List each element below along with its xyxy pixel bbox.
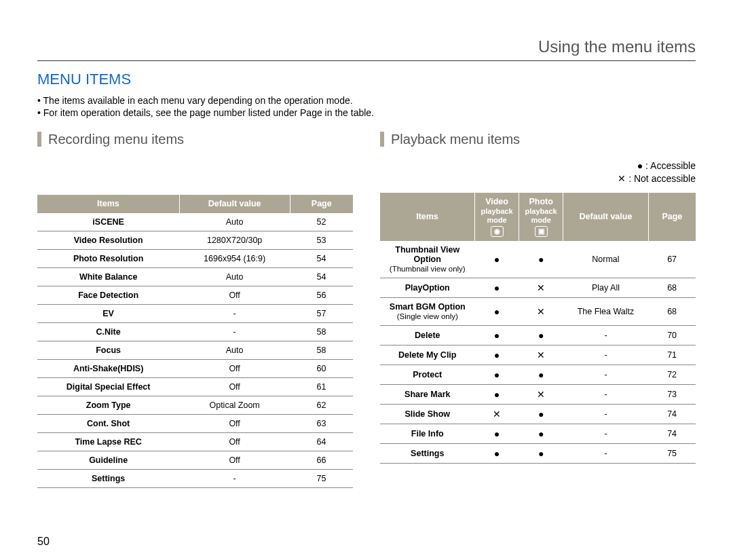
page-cell: 61 xyxy=(290,377,353,396)
table-row: Digital Special EffectOff61 xyxy=(37,377,353,396)
default-cell: - xyxy=(563,444,649,464)
table-row: C.Nite-58 xyxy=(37,322,353,341)
item-cell: Time Lapse REC xyxy=(37,432,179,451)
table-row: Face DetectionOff56 xyxy=(37,286,353,304)
photo-mark: ● xyxy=(519,326,563,346)
page-cell: 68 xyxy=(648,278,696,298)
playback-table: Items Video playback mode ◉ Photo playba… xyxy=(380,193,696,464)
accent-bar xyxy=(380,132,384,147)
photo-mark: ● xyxy=(519,365,563,385)
table-row: Smart BGM Option(Single view only)●✕The … xyxy=(380,298,696,326)
value-cell: Off xyxy=(179,432,290,451)
page-cell: 70 xyxy=(648,326,696,346)
value-cell: Off xyxy=(179,286,290,304)
playback-title: Playback menu items xyxy=(391,132,520,147)
table-row: White BalanceAuto54 xyxy=(37,267,353,286)
bullet-2: For item operation details, see the page… xyxy=(37,107,696,119)
value-cell: - xyxy=(179,304,290,322)
page-cell: 71 xyxy=(648,346,696,365)
th-default: Default value xyxy=(179,195,290,213)
accent-bar xyxy=(37,132,41,147)
value-cell: Auto xyxy=(179,341,290,359)
value-cell: 1696x954 (16:9) xyxy=(179,249,290,267)
value-cell: Off xyxy=(179,451,290,469)
default-cell: - xyxy=(563,424,649,444)
page-cell: 66 xyxy=(290,451,353,469)
page-header: Using the menu items xyxy=(37,37,696,61)
table-row: Cont. ShotOff63 xyxy=(37,414,353,432)
value-cell: Off xyxy=(179,377,290,396)
item-cell: Focus xyxy=(37,341,179,359)
table-row: Slide Show✕●-74 xyxy=(380,405,696,424)
video-mark: ● xyxy=(475,326,519,346)
page-cell: 54 xyxy=(290,267,353,286)
item-cell: Settings xyxy=(37,469,179,487)
table-row: Photo Resolution1696x954 (16:9)54 xyxy=(37,249,353,267)
page-cell: 63 xyxy=(290,414,353,432)
photo-mark: ● xyxy=(519,241,563,278)
item-cell: Video Resolution xyxy=(37,231,179,249)
table-row: Zoom TypeOptical Zoom62 xyxy=(37,396,353,414)
video-mark: ● xyxy=(475,346,519,365)
item-cell: Smart BGM Option(Single view only) xyxy=(380,298,475,326)
value-cell: Auto xyxy=(179,267,290,286)
recording-column: Recording menu items Items Default value… xyxy=(37,132,353,488)
value-cell: Off xyxy=(179,359,290,377)
video-mark: ● xyxy=(475,298,519,326)
page-cell: 52 xyxy=(290,213,353,231)
video-mark: ● xyxy=(475,278,519,298)
table-row: PlayOption●✕Play All68 xyxy=(380,278,696,298)
value-cell: Auto xyxy=(179,213,290,231)
value-cell: - xyxy=(179,469,290,487)
page-cell: 75 xyxy=(290,469,353,487)
legend-not-accessible: ✕ : Not accessible xyxy=(380,172,696,186)
item-cell: Slide Show xyxy=(380,405,475,424)
default-cell: Play All xyxy=(563,278,649,298)
table-row: Settings●●-75 xyxy=(380,444,696,464)
th-items: Items xyxy=(380,193,475,241)
photo-mark: ● xyxy=(519,444,563,464)
th-items: Items xyxy=(37,195,179,213)
video-mark: ● xyxy=(475,241,519,278)
page-cell: 62 xyxy=(290,396,353,414)
page-cell: 67 xyxy=(648,241,696,278)
value-cell: 1280X720/30p xyxy=(179,231,290,249)
photo-mark: ● xyxy=(519,424,563,444)
page-cell: 72 xyxy=(648,365,696,385)
default-cell: - xyxy=(563,405,649,424)
default-cell: The Flea Waltz xyxy=(563,298,649,326)
th-video-mode: Video playback mode ◉ xyxy=(475,193,519,241)
default-cell: - xyxy=(563,365,649,385)
table-row: Video Resolution1280X720/30p53 xyxy=(37,231,353,249)
table-row: Settings-75 xyxy=(37,469,353,487)
page-number: 50 xyxy=(37,536,50,548)
table-row: Share Mark●✕-73 xyxy=(380,385,696,405)
value-cell: Optical Zoom xyxy=(179,396,290,414)
page-cell: 58 xyxy=(290,341,353,359)
value-cell: - xyxy=(179,322,290,341)
page-cell: 57 xyxy=(290,304,353,322)
photo-mode-icon: ▣ xyxy=(535,226,548,237)
default-cell: Normal xyxy=(563,241,649,278)
item-cell: Cont. Shot xyxy=(37,414,179,432)
item-cell: Thumbnail View Option(Thumbnail view onl… xyxy=(380,241,475,278)
legend: ● : Accessible ✕ : Not accessible xyxy=(380,160,696,186)
item-cell: Anti-Shake(HDIS) xyxy=(37,359,179,377)
item-cell: File Info xyxy=(380,424,475,444)
recording-title: Recording menu items xyxy=(48,132,184,147)
item-cell: Photo Resolution xyxy=(37,249,179,267)
item-cell: EV xyxy=(37,304,179,322)
item-cell: iSCENE xyxy=(37,213,179,231)
item-cell: Share Mark xyxy=(380,385,475,405)
table-row: File Info●●-74 xyxy=(380,424,696,444)
video-mark: ● xyxy=(475,444,519,464)
recording-table: Items Default value Page iSCENEAuto52Vid… xyxy=(37,195,353,488)
value-cell: Off xyxy=(179,414,290,432)
item-cell: PlayOption xyxy=(380,278,475,298)
section-title: MENU ITEMS xyxy=(37,71,696,88)
page-cell: 54 xyxy=(290,249,353,267)
table-row: Protect●●-72 xyxy=(380,365,696,385)
photo-mark: ● xyxy=(519,405,563,424)
table-row: Thumbnail View Option(Thumbnail view onl… xyxy=(380,241,696,278)
page-cell: 53 xyxy=(290,231,353,249)
